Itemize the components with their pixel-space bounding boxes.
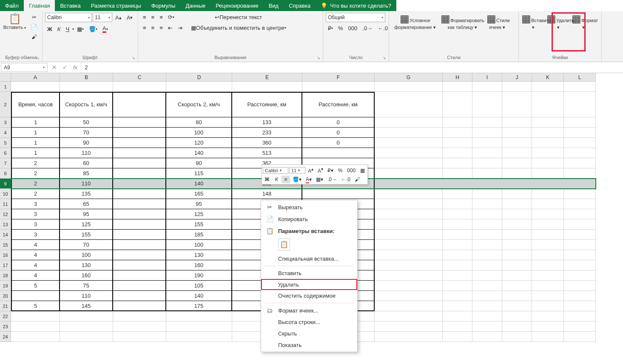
row-header[interactable]: 9 bbox=[0, 179, 11, 189]
row-header[interactable]: 22 bbox=[0, 311, 11, 321]
cell[interactable]: 115 bbox=[166, 168, 232, 179]
align-top-button[interactable]: ≡ bbox=[141, 13, 148, 22]
cell[interactable] bbox=[532, 311, 564, 321]
font-launcher-icon[interactable]: ↘ bbox=[132, 56, 135, 60]
mini-fill-color[interactable]: 🪣▾ bbox=[291, 176, 303, 183]
cell[interactable] bbox=[375, 199, 443, 209]
mini-italic[interactable]: К bbox=[272, 176, 281, 183]
cell[interactable] bbox=[564, 270, 596, 281]
mini-size-combo[interactable]: 11▾ bbox=[289, 167, 305, 174]
cell[interactable] bbox=[472, 291, 502, 301]
cell[interactable] bbox=[564, 117, 596, 128]
ctx-paste-option[interactable]: 📋 bbox=[278, 239, 290, 250]
cell[interactable] bbox=[113, 128, 166, 138]
ctx-show[interactable]: Показать bbox=[261, 339, 357, 351]
cell[interactable] bbox=[564, 301, 596, 311]
cell[interactable] bbox=[302, 82, 375, 92]
mini-inc-decimal[interactable]: .0→ bbox=[326, 176, 339, 183]
delete-cells-button[interactable]: ▦Удалить ▾ bbox=[546, 13, 570, 47]
comma-style-button[interactable]: 000 bbox=[346, 24, 360, 33]
cell[interactable] bbox=[564, 158, 596, 168]
cell[interactable] bbox=[532, 82, 564, 92]
cell[interactable] bbox=[472, 117, 502, 128]
cell[interactable] bbox=[532, 250, 564, 260]
cell[interactable] bbox=[375, 219, 443, 230]
cell[interactable] bbox=[532, 281, 564, 291]
increase-indent-button[interactable]: ⇥ bbox=[176, 23, 185, 32]
row-header[interactable]: 4 bbox=[0, 128, 11, 138]
cell[interactable]: 90 bbox=[166, 158, 232, 168]
cell[interactable] bbox=[564, 92, 596, 117]
cell[interactable] bbox=[11, 291, 60, 301]
italic-button[interactable]: К bbox=[55, 24, 63, 34]
borders-button[interactable]: ▦▾ bbox=[75, 24, 86, 34]
cell[interactable] bbox=[113, 138, 166, 148]
cell[interactable] bbox=[502, 209, 532, 219]
cell[interactable] bbox=[443, 189, 472, 199]
cell[interactable] bbox=[443, 138, 472, 148]
col-header-J[interactable]: J bbox=[502, 73, 532, 82]
cell[interactable] bbox=[532, 117, 564, 128]
row-header[interactable]: 14 bbox=[0, 230, 11, 240]
cell[interactable] bbox=[113, 230, 166, 240]
col-header-A[interactable]: A bbox=[11, 73, 60, 82]
align-right-button[interactable]: ≡ bbox=[157, 23, 165, 32]
cell[interactable]: 0 bbox=[302, 117, 375, 128]
cell[interactable]: 2 bbox=[11, 168, 60, 179]
cell[interactable] bbox=[472, 148, 502, 158]
format-painter-button[interactable]: 🖌 bbox=[28, 32, 40, 41]
cell[interactable] bbox=[443, 240, 472, 250]
cell[interactable] bbox=[502, 281, 532, 291]
row-header[interactable]: 7 bbox=[0, 158, 11, 168]
cell[interactable] bbox=[472, 209, 502, 219]
cell[interactable] bbox=[375, 158, 443, 168]
cell[interactable] bbox=[502, 321, 532, 332]
cell[interactable]: 360 bbox=[232, 138, 302, 148]
cell[interactable] bbox=[472, 168, 502, 179]
cell[interactable] bbox=[11, 321, 60, 332]
cell[interactable]: 100 bbox=[166, 240, 232, 250]
cell[interactable]: 160 bbox=[60, 270, 113, 281]
cell[interactable] bbox=[166, 311, 232, 321]
cell[interactable] bbox=[502, 219, 532, 230]
mini-merge[interactable]: ▦ bbox=[358, 167, 367, 174]
insert-cells-button[interactable]: ▦Вставить ▾ bbox=[521, 13, 545, 47]
cell[interactable]: 100 bbox=[166, 128, 232, 138]
cell[interactable] bbox=[11, 332, 60, 342]
row-header[interactable]: 3 bbox=[0, 117, 11, 128]
cell[interactable] bbox=[113, 281, 166, 291]
cell[interactable] bbox=[472, 158, 502, 168]
alignment-launcher-icon[interactable]: ↘ bbox=[317, 56, 320, 60]
cell[interactable] bbox=[502, 189, 532, 199]
cell[interactable]: 1 bbox=[11, 117, 60, 128]
row-header[interactable]: 5 bbox=[0, 138, 11, 148]
cell[interactable] bbox=[375, 82, 443, 92]
cell[interactable] bbox=[532, 209, 564, 219]
fill-color-button[interactable]: 🪣▾ bbox=[87, 24, 100, 34]
ctx-format-cells[interactable]: 🗂Формат ячеек... bbox=[261, 304, 357, 316]
cell[interactable] bbox=[113, 199, 166, 209]
cell[interactable] bbox=[443, 281, 472, 291]
cell[interactable] bbox=[532, 260, 564, 270]
cell[interactable]: 105 bbox=[166, 281, 232, 291]
cell[interactable] bbox=[375, 321, 443, 332]
cell[interactable] bbox=[375, 168, 443, 179]
row-header[interactable]: 10 bbox=[0, 189, 11, 199]
cell[interactable]: 133 bbox=[232, 117, 302, 128]
cell[interactable] bbox=[502, 250, 532, 260]
cell[interactable] bbox=[564, 199, 596, 209]
cell[interactable] bbox=[564, 250, 596, 260]
cell[interactable] bbox=[166, 82, 232, 92]
tab-insert[interactable]: Вставка bbox=[55, 0, 85, 11]
cell[interactable] bbox=[502, 199, 532, 209]
font-size-combo[interactable]: 11▾ bbox=[93, 13, 112, 22]
cell[interactable] bbox=[443, 92, 472, 117]
cell[interactable]: 140 bbox=[166, 179, 232, 189]
cell[interactable] bbox=[375, 148, 443, 158]
cell[interactable] bbox=[564, 291, 596, 301]
increase-decimal-button[interactable]: .0→ bbox=[360, 24, 375, 33]
col-header-L[interactable]: L bbox=[564, 73, 596, 82]
cell[interactable] bbox=[375, 240, 443, 250]
col-header-E[interactable]: E bbox=[232, 73, 302, 82]
cell[interactable]: Расстояние, км bbox=[302, 92, 375, 117]
